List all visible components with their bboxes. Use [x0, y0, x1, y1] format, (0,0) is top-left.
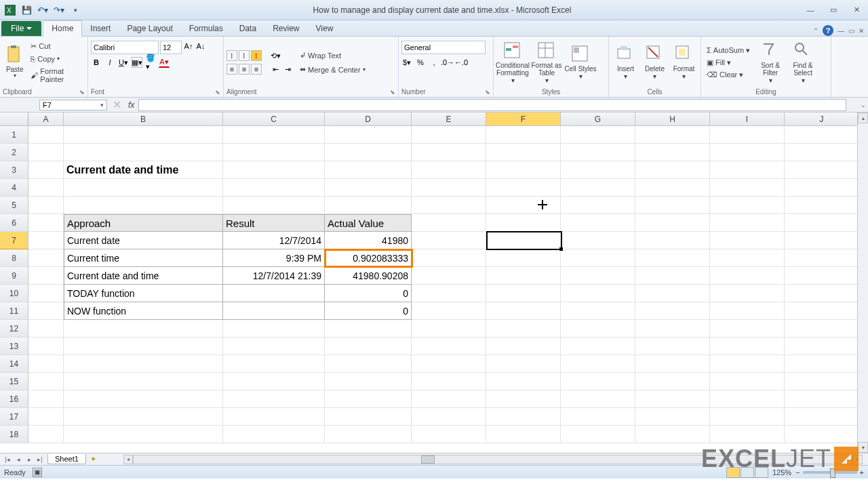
comma-icon[interactable]: , [429, 57, 439, 68]
row-header[interactable]: 3 [0, 161, 28, 179]
table-cell[interactable]: 41980.90208 [325, 267, 412, 285]
conditional-formatting-button[interactable]: Conditional Formatting▾ [496, 40, 529, 85]
table-header[interactable]: Result [223, 214, 325, 232]
cut-button[interactable]: ✂Cut [28, 41, 85, 52]
table-cell[interactable]: 12/7/2014 [223, 232, 325, 249]
row-header[interactable]: 12 [0, 320, 28, 338]
alignment-dialog-launcher-icon[interactable]: ⬊ [390, 89, 395, 96]
column-header-i[interactable]: I [710, 113, 785, 125]
table-cell[interactable]: Current time [64, 249, 223, 267]
format-as-table-button[interactable]: Format as Table▾ [530, 40, 563, 85]
font-name-select[interactable] [91, 41, 159, 54]
currency-icon[interactable]: $▾ [401, 57, 412, 68]
ribbon-window-restore-icon[interactable]: ▭ [848, 27, 854, 35]
font-size-select[interactable] [160, 41, 182, 54]
column-header-d[interactable]: D [325, 113, 412, 125]
row-header[interactable]: 16 [0, 390, 28, 408]
insert-cell-button[interactable]: Insert▾ [612, 40, 639, 85]
table-header[interactable]: Approach [64, 214, 223, 232]
wrap-text-button[interactable]: ↲Wrap Text [297, 49, 368, 61]
row-header[interactable]: 14 [0, 355, 28, 373]
ribbon-window-minimize-icon[interactable]: — [837, 27, 844, 35]
decrease-font-icon[interactable]: A↓ [195, 41, 206, 52]
fill-button[interactable]: ▣Fill▾ [704, 57, 753, 68]
column-header-j[interactable]: J [785, 113, 859, 125]
autosum-button[interactable]: ΣAutoSum▾ [704, 45, 753, 56]
tab-data[interactable]: Data [231, 21, 264, 36]
table-cell[interactable] [223, 285, 325, 302]
increase-decimal-icon[interactable]: .0→ [442, 57, 453, 68]
clear-button[interactable]: ⌫Clear▾ [704, 69, 753, 81]
column-header-f[interactable]: F [486, 113, 561, 125]
zoom-in-icon[interactable]: + [860, 468, 864, 476]
format-painter-button[interactable]: 🖌Format Painter [28, 66, 85, 85]
scroll-left-icon[interactable]: ◂ [123, 455, 133, 464]
table-cell[interactable]: Current date [64, 232, 223, 249]
restore-icon[interactable]: ▭ [825, 4, 842, 16]
column-header-h[interactable]: H [635, 113, 710, 125]
cell-styles-button[interactable]: Cell Styles▾ [564, 40, 597, 85]
fill-color-icon[interactable]: 🪣▾ [145, 57, 156, 68]
sort-filter-button[interactable]: Sort & Filter▾ [755, 40, 785, 85]
macro-record-icon[interactable]: ▣ [33, 468, 42, 477]
decrease-indent-icon[interactable]: ⇤ [270, 64, 281, 75]
column-header-b[interactable]: B [64, 113, 223, 125]
align-right-icon[interactable]: ≡ [251, 64, 262, 75]
content-title[interactable]: Current date and time [64, 161, 223, 179]
table-cell[interactable]: 0 [325, 285, 412, 302]
tab-view[interactable]: View [308, 21, 342, 36]
close-icon[interactable]: ✕ [848, 4, 865, 16]
row-header[interactable]: 18 [0, 426, 28, 443]
paste-button[interactable]: Paste ▾ [3, 40, 26, 85]
redo-icon[interactable]: ↷▾ [52, 3, 66, 18]
orientation-icon[interactable]: ⟲▾ [270, 50, 281, 61]
merge-center-button[interactable]: ⬌Merge & Center▾ [297, 64, 368, 75]
increase-indent-icon[interactable]: ⇥ [282, 64, 293, 75]
tab-insert[interactable]: Insert [82, 21, 119, 36]
font-color-icon[interactable]: A▾ [159, 57, 170, 68]
qat-customize-icon[interactable]: ▾ [68, 3, 83, 18]
sheet-tab[interactable]: Sheet1 [47, 454, 86, 464]
table-cell[interactable]: 41980 [325, 232, 412, 249]
percent-icon[interactable]: % [415, 57, 426, 68]
sheet-first-icon[interactable]: |◂ [3, 456, 12, 463]
align-left-icon[interactable]: ≡ [226, 64, 237, 75]
align-bottom-icon[interactable]: ⫶ [251, 50, 262, 61]
spreadsheet-grid[interactable]: A B C D E F G H I J 1 2 3Current date an… [0, 113, 868, 453]
table-cell[interactable]: 12/7/2014 21:39 [223, 267, 325, 285]
vertical-scrollbar[interactable]: ▴ ▾ [857, 113, 868, 453]
bold-icon[interactable]: B [91, 57, 102, 68]
table-cell[interactable]: Current date and time [64, 267, 223, 285]
tab-file[interactable]: File [1, 21, 41, 36]
tab-page-layout[interactable]: Page Layout [119, 21, 180, 36]
tab-formulas[interactable]: Formulas [181, 21, 231, 36]
clipboard-dialog-launcher-icon[interactable]: ⬊ [79, 89, 85, 96]
table-cell[interactable] [223, 302, 325, 320]
align-center-icon[interactable]: ≡ [239, 64, 250, 75]
scroll-down-icon[interactable]: ▾ [858, 442, 868, 453]
row-header[interactable]: 17 [0, 408, 28, 426]
format-cell-button[interactable]: Format▾ [670, 40, 698, 85]
name-box[interactable]: F7 [39, 100, 107, 110]
italic-icon[interactable]: I [104, 57, 115, 68]
font-dialog-launcher-icon[interactable]: ⬊ [215, 89, 220, 96]
table-cell[interactable]: 0 [325, 302, 412, 320]
new-sheet-icon[interactable]: ✦ [90, 455, 96, 464]
column-header-e[interactable]: E [412, 113, 486, 125]
align-middle-icon[interactable]: ⫶ [239, 50, 250, 61]
delete-cell-button[interactable]: Delete▾ [641, 40, 669, 85]
save-icon[interactable]: 💾 [19, 3, 34, 18]
minimize-icon[interactable]: — [802, 4, 819, 16]
row-header[interactable]: 10 [0, 285, 28, 302]
copy-button[interactable]: ⎘Copy▾ [28, 54, 85, 64]
row-header[interactable]: 11 [0, 302, 28, 320]
scroll-thumb[interactable] [421, 455, 435, 464]
sheet-last-icon[interactable]: ▸| [35, 456, 45, 463]
help-icon[interactable]: ? [823, 25, 833, 36]
increase-font-icon[interactable]: A↑ [183, 41, 194, 52]
number-format-select[interactable] [401, 41, 486, 54]
formula-bar[interactable] [138, 99, 846, 111]
border-icon[interactable]: ▦▾ [132, 57, 142, 68]
tab-review[interactable]: Review [264, 21, 307, 36]
row-header[interactable]: 7 [0, 232, 28, 249]
